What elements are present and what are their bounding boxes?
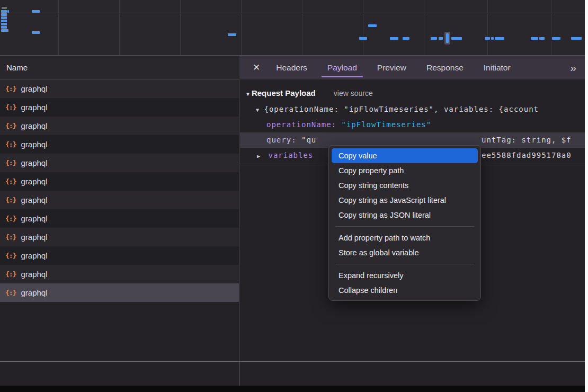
request-timing-bar — [1, 13, 7, 16]
devtools-network-panel: Name {:}graphql{:}graphql{:}graphql{:}gr… — [0, 0, 588, 392]
request-name-label: graphql — [21, 103, 47, 112]
context-menu-separator — [335, 264, 474, 264]
request-timing-bar — [451, 37, 462, 40]
request-name-label: graphql — [21, 158, 47, 167]
overview-gridline — [180, 0, 181, 55]
overview-gridline — [551, 0, 551, 55]
network-request-row[interactable]: {:}graphql — [0, 135, 239, 154]
context-menu-item[interactable]: Expand recursively — [332, 268, 478, 283]
property-key: operationName: — [266, 120, 336, 129]
request-timing-bar — [495, 37, 504, 40]
request-name-label: graphql — [21, 140, 47, 149]
request-timing-bar — [431, 37, 437, 40]
json-braces-icon: {:} — [5, 196, 16, 204]
name-column-header[interactable]: Name — [0, 56, 239, 79]
context-menu: Copy valueCopy property pathCopy string … — [328, 145, 481, 301]
pending-timing-bar — [2, 7, 7, 9]
operation-name-row[interactable]: operationName: "ipFlowTimeseries" — [240, 117, 585, 132]
request-timing-bar — [1, 29, 8, 32]
detail-tab-bar: ✕ HeadersPayloadPreviewResponseInitiator… — [240, 56, 585, 79]
request-name-label: graphql — [21, 270, 47, 279]
overview-gridline — [302, 0, 302, 55]
request-name-label: graphql — [21, 233, 47, 242]
network-request-row[interactable]: {:}graphql — [0, 117, 239, 135]
request-timing-bar — [571, 37, 582, 40]
section-title: Request Payload — [252, 88, 316, 97]
request-name-label: graphql — [21, 195, 47, 204]
tab-preview[interactable]: Preview — [376, 56, 407, 79]
selected-request-bar — [446, 33, 449, 43]
request-timing-bar — [32, 10, 40, 13]
overview-gridline — [241, 0, 242, 55]
context-menu-item[interactable]: Collapse children — [332, 283, 478, 298]
network-request-row[interactable]: {:}graphql — [0, 265, 239, 283]
context-menu-item[interactable]: Copy property path — [332, 163, 478, 178]
column-divider — [239, 362, 240, 386]
section-collapse-triangle-icon[interactable]: ▼ — [245, 91, 251, 97]
request-timing-bar — [539, 37, 545, 40]
overview-gridline — [487, 0, 488, 55]
context-menu-item[interactable]: Copy string as JSON literal — [332, 208, 478, 222]
request-name-label: graphql — [21, 214, 47, 223]
request-name-label: graphql — [21, 121, 47, 130]
context-menu-item[interactable]: Add property path to watch — [332, 230, 478, 245]
object-preview-text: {operationName: "ipFlowTimeseries", vari… — [264, 105, 539, 113]
network-request-row[interactable]: {:}graphql — [0, 283, 239, 302]
network-request-row[interactable]: {:}graphql — [0, 172, 239, 191]
context-menu-item[interactable]: Copy string as JavaScript literal — [332, 193, 478, 208]
json-braces-icon: {:} — [5, 159, 16, 167]
property-key: query: — [266, 136, 297, 144]
tab-initiator[interactable]: Initiator — [483, 56, 512, 79]
network-request-row[interactable]: {:}graphql — [0, 98, 239, 117]
object-preview-continuation: ee5588fdad995178a0 — [482, 148, 572, 163]
json-braces-icon: {:} — [5, 270, 16, 278]
devtools-window: Name {:}graphql{:}graphql{:}graphql{:}gr… — [0, 0, 585, 392]
collapsed-triangle-icon[interactable]: ▶ — [257, 148, 260, 163]
context-menu-item[interactable]: Store as global variable — [332, 245, 478, 260]
request-timing-bar — [491, 37, 494, 40]
request-timing-bar — [552, 37, 560, 40]
tab-headers[interactable]: Headers — [275, 56, 308, 79]
request-name-label: graphql — [21, 177, 47, 186]
request-timing-bar — [1, 26, 7, 29]
request-rows-container: {:}graphql{:}graphql{:}graphql{:}graphql… — [0, 79, 239, 302]
close-icon[interactable]: ✕ — [253, 62, 260, 73]
request-timing-bar — [228, 33, 236, 36]
property-value-continuation: untTag: string, $f — [482, 132, 572, 148]
network-request-row[interactable]: {:}graphql — [0, 154, 239, 172]
context-menu-separator — [335, 226, 474, 227]
network-request-row[interactable]: {:}graphql — [0, 246, 239, 265]
property-key: variables — [268, 151, 313, 159]
request-timing-bar — [368, 24, 377, 27]
request-timing-bar — [359, 37, 367, 40]
window-bottom-bar — [0, 386, 585, 392]
overview-gridline — [363, 0, 363, 55]
overview-gridline — [424, 0, 424, 55]
overflow-tabs-icon[interactable]: » — [570, 61, 575, 74]
payload-root-row[interactable]: ▼ {operationName: "ipFlowTimeseries", va… — [240, 102, 585, 117]
request-name-label: graphql — [21, 84, 47, 93]
network-request-row[interactable]: {:}graphql — [0, 79, 239, 98]
json-braces-icon: {:} — [5, 289, 16, 297]
request-name-label: graphql — [21, 288, 47, 297]
network-request-row[interactable]: {:}graphql — [0, 191, 239, 209]
view-source-link[interactable]: view source — [334, 89, 373, 97]
context-menu-item[interactable]: Copy value — [332, 148, 478, 163]
network-request-row[interactable]: {:}graphql — [0, 228, 239, 246]
tab-payload[interactable]: Payload — [326, 56, 358, 79]
request-payload-section-header[interactable]: ▼ Request Payload view source — [240, 88, 585, 97]
network-request-row[interactable]: {:}graphql — [0, 209, 239, 228]
network-overview-timeline[interactable] — [0, 0, 585, 56]
panel-bottom-divider — [0, 361, 585, 362]
context-menu-item[interactable]: Copy string contents — [332, 178, 478, 193]
tabs-container: HeadersPayloadPreviewResponseInitiator — [275, 56, 529, 79]
request-timing-bar — [485, 37, 490, 40]
json-braces-icon: {:} — [5, 215, 16, 222]
expanded-triangle-icon[interactable]: ▼ — [256, 102, 259, 117]
request-timing-bar — [32, 31, 40, 34]
tab-response[interactable]: Response — [425, 56, 465, 79]
request-timing-bar — [390, 37, 398, 40]
json-braces-icon: {:} — [5, 85, 16, 93]
request-timing-bar — [1, 16, 7, 19]
overview-gridline — [58, 0, 59, 55]
